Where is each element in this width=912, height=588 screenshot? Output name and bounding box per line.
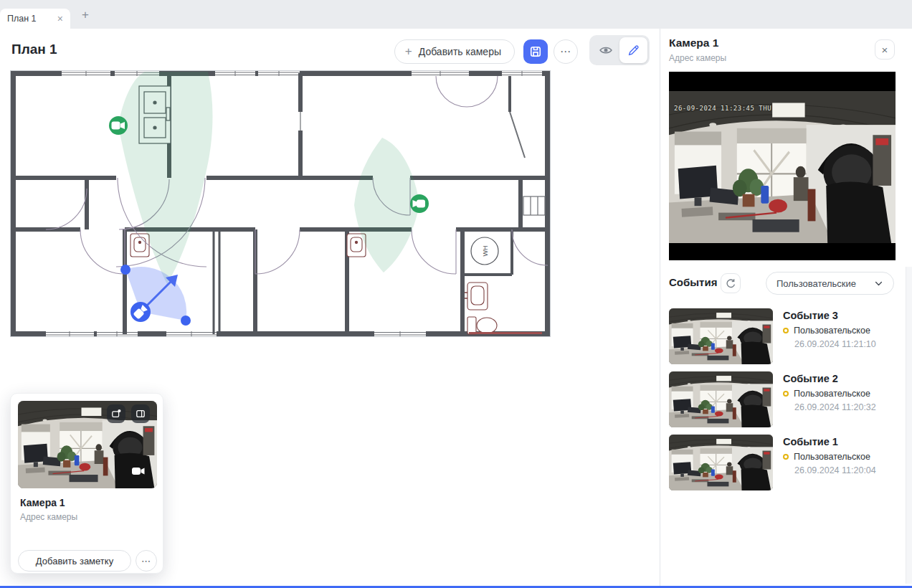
plan-editor: План 1 + Добавить камеры ⋯ — [0, 29, 660, 586]
side-panel-button[interactable] — [131, 404, 150, 423]
event-type-icon — [783, 391, 789, 397]
fov-handle-left[interactable] — [120, 265, 130, 275]
events-title: События — [669, 276, 717, 288]
tab-label: План 1 — [7, 14, 57, 24]
event-type-row: Пользовательское — [783, 389, 870, 399]
live-view[interactable]: 26-09-2024 11:23:45 THU — [669, 72, 896, 260]
camera-name: Камера 1 — [20, 497, 65, 508]
events-filter-value: Пользовательские — [776, 278, 856, 289]
eye-icon — [599, 43, 613, 57]
panel-camera-address: Адрес камеры — [669, 53, 726, 63]
event-type-label: Пользовательское — [794, 389, 870, 399]
event-type-row: Пользовательское — [783, 452, 870, 462]
live-view-frame — [669, 91, 896, 243]
open-popup-button[interactable] — [107, 404, 125, 423]
event-title: Событие 3 — [783, 310, 838, 321]
add-cameras-button[interactable]: + Добавить камеры — [394, 39, 515, 64]
floor-plan-canvas[interactable]: WH — [10, 70, 551, 337]
event-datetime: 26.09.2024 11:20:32 — [794, 402, 876, 412]
event-title: Событие 2 — [783, 373, 838, 384]
camera-2-marker[interactable] — [410, 194, 429, 213]
event-thumbnail — [669, 371, 773, 427]
more-icon: ⋯ — [141, 556, 151, 566]
camera-more-button[interactable]: ⋯ — [136, 550, 157, 572]
water-heater-label: WH — [482, 246, 489, 257]
event-item[interactable]: Событие 1 Пользовательское 26.09.2024 11… — [669, 435, 906, 490]
open-popup-icon — [110, 408, 122, 419]
close-icon: × — [882, 44, 888, 56]
more-icon: ⋯ — [560, 45, 571, 58]
add-note-button[interactable]: Добавить заметку — [18, 550, 131, 572]
chevron-down-icon — [874, 279, 883, 288]
tab-plan-1[interactable]: План 1 × — [0, 9, 70, 29]
page-title: План 1 — [11, 42, 57, 57]
event-datetime: 26.09.2024 11:21:10 — [794, 339, 876, 349]
camera-address: Адрес камеры — [20, 512, 77, 522]
event-item[interactable]: Событие 2 Пользовательское 26.09.2024 11… — [669, 371, 906, 427]
video-timestamp: 26-09-2024 11:23:45 THU — [674, 105, 771, 112]
tab-close-icon[interactable]: × — [57, 14, 63, 24]
fov-handle-right[interactable] — [181, 316, 191, 326]
save-icon — [528, 44, 543, 59]
toolbar: + Добавить камеры ⋯ — [394, 35, 650, 65]
camera-details-panel: Камера 1 Адрес камеры × 26-09-2024 11:23… — [660, 29, 912, 586]
event-item[interactable]: Событие 3 Пользовательское 26.09.2024 11… — [669, 308, 906, 364]
new-tab-button[interactable]: + — [76, 6, 95, 24]
event-thumbnail — [669, 435, 773, 490]
close-panel-button[interactable]: × — [875, 39, 895, 60]
app-window: План 1 × + План 1 + Добавить камеры — [0, 0, 912, 588]
edit-mode-button[interactable] — [619, 37, 647, 63]
event-type-icon — [783, 328, 789, 333]
mode-switcher — [589, 35, 650, 65]
event-type-label: Пользовательское — [794, 452, 870, 462]
events-scrollbar[interactable] — [906, 267, 912, 584]
add-cameras-label: Добавить камеры — [419, 46, 501, 57]
panel-camera-name: Камера 1 — [669, 37, 718, 49]
plan-more-button[interactable]: ⋯ — [554, 39, 578, 64]
camcorder-icon — [131, 465, 146, 477]
event-type-row: Пользовательское — [783, 326, 870, 336]
tab-bar: План 1 × + — [0, 0, 912, 29]
plus-icon: + — [405, 44, 412, 59]
side-panel-icon — [135, 408, 146, 419]
camera-popup-card: Камера 1 Адрес камеры Добавить заметку ⋯ — [10, 393, 163, 574]
save-plan-button[interactable] — [523, 39, 548, 64]
event-thumbnail — [669, 308, 773, 364]
refresh-icon — [726, 278, 736, 289]
event-type-label: Пользовательское — [794, 326, 870, 336]
camera-1-marker[interactable] — [109, 116, 128, 135]
event-type-icon — [783, 454, 789, 460]
events-filter-dropdown[interactable]: Пользовательские — [766, 272, 894, 295]
view-mode-button[interactable] — [592, 37, 619, 63]
pencil-icon — [627, 44, 640, 57]
refresh-events-button[interactable] — [721, 273, 741, 293]
event-title: Событие 1 — [783, 436, 838, 447]
plus-icon: + — [82, 8, 89, 22]
event-datetime: 26.09.2024 11:20:04 — [794, 465, 876, 475]
